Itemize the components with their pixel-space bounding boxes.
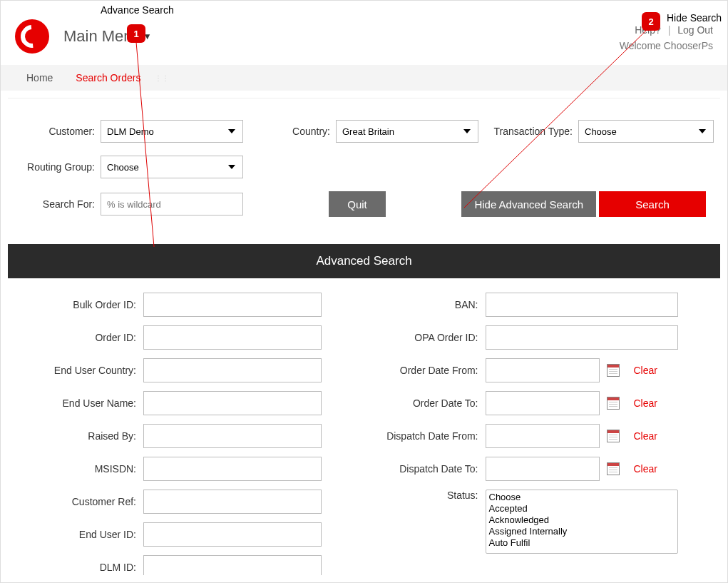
- msisdn-label: MSISDN:: [22, 463, 143, 475]
- vodafone-logo-icon: [15, 19, 49, 54]
- clear-dispatch-date-from[interactable]: Clear: [634, 430, 657, 442]
- country-select[interactable]: Great Britain: [336, 120, 478, 143]
- end-user-name-label: End User Name:: [22, 397, 143, 409]
- order-date-to-label: Order Date To:: [364, 397, 486, 409]
- routing-group-label: Routing Group:: [22, 161, 101, 173]
- end-user-id-label: End User ID:: [22, 529, 143, 540]
- status-listbox[interactable]: Choose Accepted Acknowledged Assigned In…: [486, 490, 678, 554]
- calendar-icon[interactable]: [607, 462, 620, 475]
- filter-panel: Customer: DLM Demo Country: Great Britai…: [8, 98, 720, 237]
- raised-by-label: Raised By:: [22, 430, 143, 442]
- ban-input[interactable]: [486, 293, 678, 317]
- order-date-to-input[interactable]: [486, 391, 600, 415]
- search-button[interactable]: Search: [599, 191, 706, 217]
- bulk-order-id-input[interactable]: [143, 293, 322, 317]
- search-for-label: Search For:: [22, 198, 101, 210]
- msisdn-input[interactable]: [143, 457, 322, 481]
- calendar-icon[interactable]: [607, 364, 620, 377]
- clear-order-date-from[interactable]: Clear: [634, 365, 657, 376]
- raised-by-input[interactable]: [143, 424, 322, 448]
- logout-link[interactable]: Log Out: [677, 24, 713, 36]
- dispatch-date-from-label: Dispatch Date From:: [364, 430, 486, 442]
- tab-home[interactable]: Home: [15, 72, 64, 83]
- annotation-badge-2: 2: [642, 12, 660, 31]
- end-user-country-label: End User Country:: [22, 365, 143, 376]
- clear-dispatch-date-to[interactable]: Clear: [634, 463, 657, 475]
- transaction-type-select[interactable]: Choose: [578, 120, 714, 143]
- advanced-search-grid: Bulk Order ID: Order ID: End User Countr…: [8, 293, 720, 575]
- customer-label: Customer:: [22, 126, 101, 137]
- order-id-input[interactable]: [143, 325, 322, 350]
- separator: |: [668, 24, 671, 36]
- drag-handle-icon[interactable]: ⋮⋮: [152, 74, 169, 82]
- tab-bar: Home Search Orders ⋮⋮: [1, 65, 727, 91]
- customer-ref-label: Customer Ref:: [22, 496, 143, 507]
- dispatch-date-from-input[interactable]: [486, 424, 600, 448]
- opa-order-id-label: OPA Order ID:: [364, 332, 486, 343]
- annotation-advance-search: Advance Search: [101, 4, 174, 16]
- calendar-icon[interactable]: [607, 430, 620, 442]
- end-user-name-input[interactable]: [143, 391, 322, 415]
- advanced-search-header: Advanced Search: [8, 244, 720, 278]
- search-for-input[interactable]: [101, 193, 243, 216]
- welcome-text: Welcome ChooserPs: [620, 40, 713, 51]
- routing-group-select[interactable]: Choose: [101, 156, 243, 178]
- end-user-id-input[interactable]: [143, 522, 322, 547]
- dlm-id-label: DLM ID:: [22, 562, 143, 573]
- header-right: Help? | Log Out Welcome ChooserPs: [620, 21, 713, 51]
- content-scroll[interactable]: Customer: DLM Demo Country: Great Britai…: [8, 98, 720, 575]
- advanced-left-column: Bulk Order ID: Order ID: End User Countr…: [22, 293, 364, 575]
- order-date-from-input[interactable]: [486, 358, 600, 382]
- calendar-icon[interactable]: [607, 397, 620, 410]
- status-label: Status:: [364, 490, 486, 501]
- country-label: Country:: [286, 126, 336, 137]
- hide-advanced-search-button[interactable]: Hide Advanced Search: [461, 191, 596, 217]
- dispatch-date-to-input[interactable]: [486, 457, 600, 481]
- customer-select[interactable]: DLM Demo: [101, 120, 243, 143]
- bulk-order-id-label: Bulk Order ID:: [22, 299, 143, 310]
- order-date-from-label: Order Date From:: [364, 365, 486, 376]
- customer-ref-input[interactable]: [143, 490, 322, 514]
- advanced-right-column: BAN: OPA Order ID: Order Date From: Clea…: [364, 293, 707, 575]
- annotation-badge-1: 1: [127, 24, 145, 43]
- quit-button[interactable]: Quit: [329, 191, 386, 217]
- annotation-hide-search: Hide Search: [667, 12, 722, 24]
- dlm-id-input[interactable]: [143, 555, 322, 575]
- transaction-type-label: Transaction Type:: [486, 126, 578, 137]
- opa-order-id-input[interactable]: [486, 325, 678, 350]
- ban-label: BAN:: [364, 299, 486, 310]
- app-window: Advance Search Hide Search 1 2 Main Menu…: [0, 0, 728, 583]
- dispatch-date-to-label: Dispatch Date To:: [364, 463, 486, 475]
- end-user-country-input[interactable]: [143, 358, 322, 382]
- order-id-label: Order ID:: [22, 332, 143, 343]
- tab-search-orders[interactable]: Search Orders: [64, 72, 152, 83]
- clear-order-date-to[interactable]: Clear: [634, 397, 657, 409]
